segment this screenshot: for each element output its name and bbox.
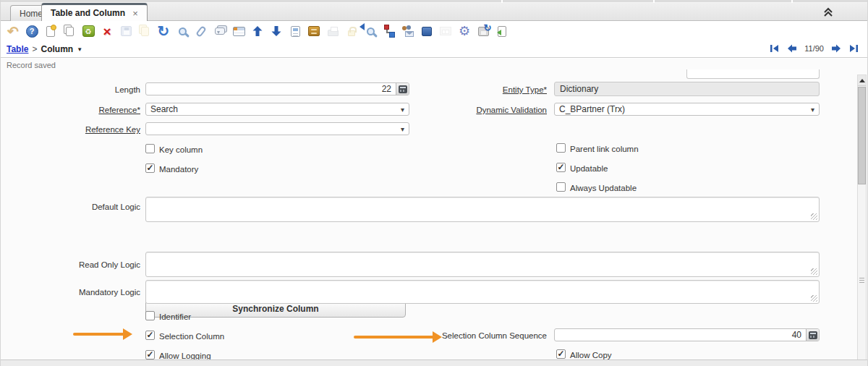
delete-selection-icon[interactable]: × [98, 22, 116, 41]
product-info-icon[interactable] [417, 22, 436, 41]
zoom-across-icon[interactable] [361, 22, 380, 41]
allow-copy-checkbox[interactable]: ✓ [556, 349, 566, 359]
mandatory-logic-label: Mandatory Logic [25, 288, 140, 297]
updatable-label: Updatable [570, 164, 608, 173]
requests-icon[interactable] [399, 22, 417, 41]
previous-record-icon[interactable] [787, 43, 797, 54]
tab-bar: Home Table and Column × [1, 3, 868, 21]
key-column-label: Key column [159, 145, 203, 154]
partial-field-cutoff [686, 69, 820, 79]
breadcrumb-separator: > [32, 44, 37, 54]
window: Home Table and Column × ↶ ? ♻ × ↻ [0, 0, 868, 366]
synchronize-column-label: Synchronize Column [232, 304, 318, 314]
reference-key-label[interactable]: Reference Key [25, 125, 140, 134]
scroll-up-icon[interactable] [858, 75, 866, 86]
parent-link-column-label: Parent link column [570, 145, 639, 153]
window-icon [436, 22, 455, 41]
help-icon[interactable]: ? [22, 22, 41, 41]
entity-type-field: Dictionary [554, 82, 820, 96]
export-data-icon[interactable]: ↻ [474, 22, 493, 41]
tab-table-and-column[interactable]: Table and Column × [41, 3, 148, 21]
dynamic-validation-label[interactable]: Dynamic Validation [431, 106, 547, 114]
entity-type-label[interactable]: Entity Type* [431, 85, 547, 94]
dynamic-validation-combo[interactable]: C_BPartner (Trx) ▾ [554, 103, 820, 116]
always-updatable-checkbox[interactable] [556, 182, 566, 192]
mandatory-checkbox[interactable]: ✓ [145, 163, 155, 173]
chevron-down-icon: ▾ [401, 125, 404, 133]
updatable-checkbox[interactable]: ✓ [556, 163, 566, 172]
annotation-arrow-right [354, 336, 439, 339]
print-icon [323, 22, 342, 41]
read-only-logic-textarea[interactable] [145, 252, 820, 277]
chevron-down-icon: ▾ [401, 106, 404, 114]
scrollbar-thumb[interactable] [858, 87, 866, 184]
reference-key-combo[interactable]: ▾ [145, 122, 409, 135]
report-icon[interactable] [286, 22, 305, 41]
bottom-cutoff-strip [1, 359, 868, 366]
copy-record-icon[interactable] [60, 22, 79, 41]
status-message: Record saved [7, 61, 56, 69]
attachment-icon[interactable] [192, 22, 210, 41]
find-icon[interactable] [173, 22, 192, 41]
breadcrumb-table-link[interactable]: Table [7, 44, 28, 54]
parent-record-icon[interactable] [248, 22, 267, 41]
tab-close-icon[interactable]: × [132, 8, 138, 19]
chevron-down-icon: ▾ [811, 106, 814, 114]
customize-icon[interactable]: ⚙ [455, 22, 474, 41]
save-icon [116, 22, 135, 41]
key-column-checkbox[interactable] [145, 144, 155, 153]
selection-column-label: Selection Column [159, 332, 224, 341]
selection-column-checkbox[interactable]: ✓ [145, 331, 155, 340]
read-only-logic-label: Read Only Logic [25, 260, 140, 269]
first-record-icon[interactable] [770, 43, 780, 54]
resize-grip-icon[interactable] [811, 213, 817, 220]
default-logic-label: Default Logic [25, 203, 140, 211]
detail-record-icon[interactable] [267, 22, 286, 41]
reference-label[interactable]: Reference* [25, 106, 140, 114]
length-input[interactable] [145, 82, 409, 95]
parent-link-column-checkbox[interactable] [556, 143, 566, 153]
allow-copy-label: Allow Copy [570, 351, 612, 359]
identifier-checkbox[interactable] [145, 311, 155, 320]
identifier-label: Identifier [159, 312, 191, 321]
dynamic-validation-value: C_BPartner (Trx) [559, 104, 625, 114]
collapse-chevron-icon[interactable] [822, 7, 834, 18]
record-navigation: 11/90 [770, 43, 859, 54]
resize-grip-icon[interactable] [811, 295, 817, 302]
record-position: 11/90 [804, 44, 824, 53]
scrollbar-grip-icon [859, 278, 864, 283]
workflow-icon[interactable] [380, 22, 399, 41]
length-label: Length [25, 85, 140, 94]
toggle-grid-icon[interactable] [229, 22, 248, 41]
always-updatable-label: Always Updatable [570, 184, 637, 192]
breadcrumb-row: Table > Column ▼ 11/90 [1, 41, 868, 58]
reference-combo[interactable]: Search ▾ [145, 103, 409, 116]
default-logic-textarea[interactable] [145, 197, 820, 222]
breadcrumb-current[interactable]: Column [41, 44, 73, 54]
requery-icon[interactable]: ↻ [154, 22, 173, 41]
vertical-scrollbar[interactable] [857, 75, 867, 366]
allow-logging-checkbox[interactable]: ✓ [145, 350, 155, 359]
mandatory-label: Mandatory [159, 165, 198, 174]
next-record-icon[interactable] [831, 43, 841, 54]
mandatory-logic-textarea[interactable] [145, 280, 820, 304]
tab-home-label: Home [20, 9, 43, 19]
csv-import-icon[interactable] [493, 22, 511, 41]
new-record-icon[interactable] [41, 22, 60, 41]
annotation-arrow-left [73, 333, 129, 336]
sequence-calculator-icon[interactable] [806, 329, 819, 341]
breadcrumb: Table > Column ▼ [7, 44, 82, 54]
selection-column-sequence-input[interactable] [554, 328, 820, 341]
resize-grip-icon[interactable] [811, 268, 817, 275]
toolbar: ↶ ? ♻ × ↻ ⚙ ↻ [1, 21, 868, 41]
form-area: Length Entity Type* Dictionary Reference… [1, 72, 868, 359]
chat-icon[interactable] [210, 22, 229, 41]
reference-value: Search [150, 104, 178, 114]
delete-record-icon[interactable]: ♻ [79, 22, 98, 41]
archive-icon[interactable] [305, 22, 323, 41]
ignore-changes-icon[interactable]: ↶ [4, 22, 22, 41]
length-calculator-icon[interactable] [396, 83, 409, 95]
save-create-new-icon [135, 22, 154, 41]
breadcrumb-caret-icon[interactable]: ▼ [77, 46, 82, 53]
last-record-icon[interactable] [848, 43, 859, 54]
